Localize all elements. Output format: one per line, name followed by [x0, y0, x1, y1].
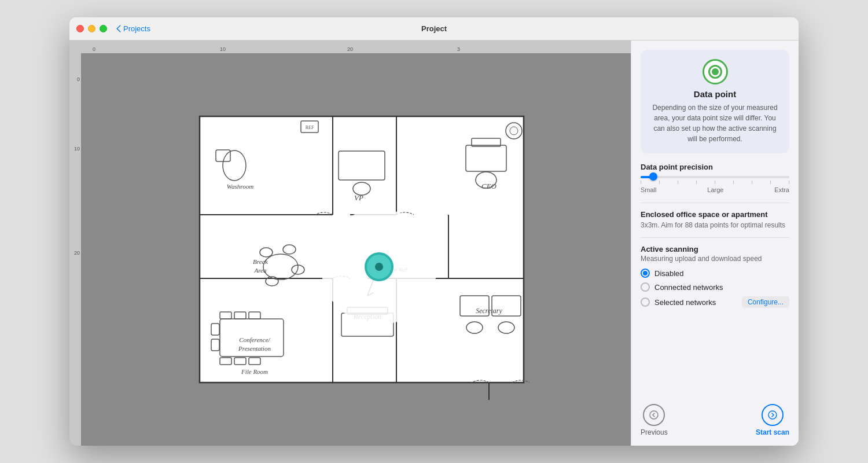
- label-small: Small: [641, 186, 657, 193]
- data-point-icon-card: [703, 59, 728, 84]
- back-nav[interactable]: Projects: [116, 24, 150, 33]
- active-scan-subtitle: Measuring upload and download speed: [641, 255, 789, 263]
- arrow-left-icon: [649, 410, 659, 420]
- window-title: Project: [421, 24, 447, 33]
- ruler-marks-horizontal: 0 10 20 3: [81, 41, 631, 53]
- ruler-corner: [69, 41, 81, 53]
- slider-labels: Small Large Extra: [641, 186, 789, 193]
- active-scan-title: Active scanning: [641, 245, 789, 253]
- space-info-title: Enclosed office space or apartment: [641, 210, 789, 219]
- divider-2: [641, 237, 789, 238]
- precision-slider[interactable]: Small Large Extra: [641, 176, 789, 193]
- svg-text:Conference/: Conference/: [239, 336, 270, 343]
- app-window: Projects Project 0 10 20 3 0 10 20: [69, 17, 799, 446]
- divider-1: [641, 203, 789, 203]
- tick-8: [770, 181, 771, 184]
- radio-label-connected: Connected networks: [654, 283, 723, 292]
- bottom-nav: Previous Start scan: [641, 395, 789, 436]
- svg-text:Washroom: Washroom: [227, 183, 253, 190]
- previous-button[interactable]: Previous: [641, 404, 668, 436]
- ruler-vmark-0: 0: [77, 76, 80, 82]
- radio-dot-disabled: [643, 271, 648, 275]
- slider-ticks: [641, 181, 789, 185]
- ruler-mark-10: 10: [220, 46, 226, 52]
- radio-circle-disabled[interactable]: [641, 269, 650, 278]
- chevron-left-icon: [116, 25, 121, 32]
- radio-connected[interactable]: Connected networks: [641, 282, 789, 292]
- floorplan-container: VP CEO Reception Secretary Conference/ P…: [81, 53, 631, 446]
- configure-button[interactable]: Configure...: [742, 296, 789, 308]
- ruler-vmark-10: 10: [74, 146, 80, 152]
- svg-text:Presentation: Presentation: [238, 345, 271, 352]
- tick-2: [659, 181, 660, 184]
- svg-text:CEO: CEO: [481, 182, 497, 190]
- data-point-icon-inner: [710, 67, 720, 77]
- label-large: Large: [707, 186, 723, 193]
- back-label: Projects: [123, 24, 150, 33]
- space-info-sub: 3x3m. Aim for 88 data points for optimal…: [641, 220, 789, 230]
- info-card: Data point Depending on the size of your…: [641, 50, 789, 153]
- titlebar: Projects Project: [69, 17, 799, 41]
- svg-text:File Room: File Room: [241, 368, 268, 375]
- tick-3: [678, 181, 678, 184]
- info-card-title: Data point: [694, 89, 736, 99]
- tick-1: [641, 181, 641, 184]
- previous-circle: [643, 404, 665, 426]
- radio-label-selected: Selected networks: [654, 298, 716, 307]
- tick-4: [696, 181, 697, 184]
- svg-text:49" High Wall: 49" High Wall: [378, 267, 408, 273]
- tick-9: [789, 181, 789, 184]
- radio-disabled[interactable]: Disabled: [641, 269, 789, 278]
- start-scan-label: Start scan: [756, 428, 789, 436]
- ruler-mark-0: 0: [93, 46, 95, 52]
- ruler-mark-30: 3: [457, 46, 460, 52]
- floorplan-svg: VP CEO Reception Secretary Conference/ P…: [165, 99, 547, 400]
- minimize-button[interactable]: [88, 25, 95, 32]
- svg-point-55: [650, 411, 658, 419]
- floorplan: VP CEO Reception Secretary Conference/ P…: [165, 99, 547, 400]
- maximize-button[interactable]: [100, 25, 107, 32]
- svg-point-56: [768, 411, 777, 419]
- arrow-right-icon: [768, 410, 777, 420]
- precision-label: Data point precision: [641, 163, 789, 171]
- radio-selected[interactable]: Selected networks Configure...: [641, 296, 789, 308]
- tick-5: [715, 181, 715, 184]
- main-content: 0 10 20 3 0 10 20: [69, 41, 799, 446]
- right-panel: Data point Depending on the size of your…: [631, 41, 799, 446]
- radio-label-disabled: Disabled: [654, 269, 684, 278]
- start-scan-button[interactable]: Start scan: [756, 404, 789, 436]
- ruler-top: 0 10 20 3: [81, 41, 631, 53]
- radio-circle-selected[interactable]: [641, 297, 650, 307]
- canvas-area: 0 10 20 3 0 10 20: [69, 41, 631, 446]
- slider-thumb: [649, 172, 657, 181]
- traffic-lights: [76, 25, 107, 32]
- previous-label: Previous: [641, 428, 668, 436]
- ruler-vmark-20: 20: [74, 250, 80, 256]
- tick-6: [733, 181, 734, 184]
- tick-7: [752, 181, 752, 184]
- close-button[interactable]: [76, 25, 84, 32]
- label-extra: Extra: [774, 186, 789, 193]
- radio-group: Disabled Connected networks Selected net…: [641, 269, 789, 308]
- start-scan-circle: [762, 404, 784, 426]
- info-card-description: Depending on the size of your measured a…: [650, 102, 780, 144]
- slider-track: [641, 176, 789, 178]
- svg-text:REF: REF: [306, 125, 314, 130]
- ruler-left: 0 10 20: [69, 53, 81, 446]
- ruler-mark-20: 20: [347, 46, 353, 52]
- radio-circle-connected[interactable]: [641, 282, 650, 292]
- svg-text:Reception: Reception: [353, 313, 381, 321]
